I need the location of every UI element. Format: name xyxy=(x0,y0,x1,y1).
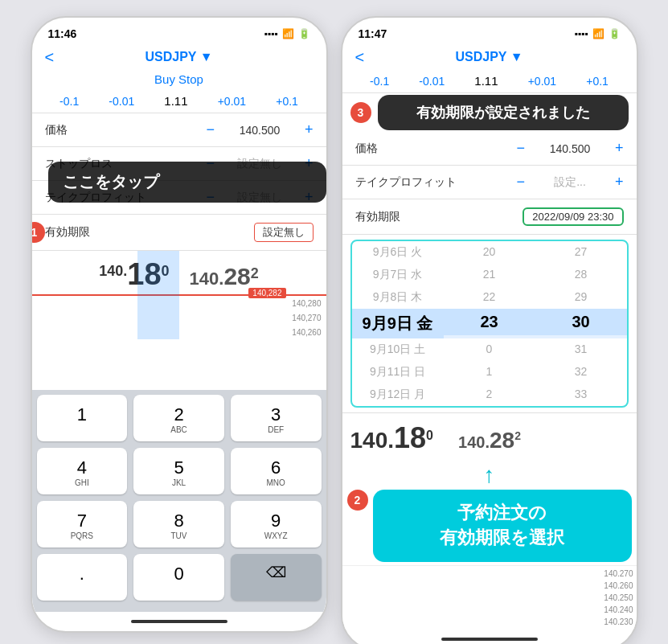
numpad-8[interactable]: 8TUV xyxy=(133,501,224,548)
right-quantity-row: -0.1 -0.01 1.11 +0.01 +0.1 xyxy=(342,69,637,93)
right-takeprofit-plus[interactable]: + xyxy=(615,174,624,191)
numpad-4[interactable]: 4GHI xyxy=(37,448,128,494)
right-expiry-row: 有効期限 2022/09/09 23:30 xyxy=(342,199,637,235)
right-price-plus[interactable]: + xyxy=(615,140,624,157)
cal-min-31: 31 xyxy=(535,338,627,359)
numpad-row-1: 1 2ABC 3DEF xyxy=(37,395,322,441)
right-status-icons: ▪▪▪▪ 📶 🔋 xyxy=(574,28,620,39)
left-phone: 11:46 ▪▪▪▪ 📶 🔋 < USDJPY ▼ Buy Stop -0.1 … xyxy=(31,16,328,633)
price-minus[interactable]: − xyxy=(206,121,215,138)
left-status-bar: 11:46 ▪▪▪▪ 📶 🔋 xyxy=(32,18,326,45)
right-chart-labels: 140.270 140.260 140.250 140.240 140.230 xyxy=(604,566,633,630)
chart-label-4: 140.240 xyxy=(604,605,633,614)
success-annotation: 有効期限が設定されました xyxy=(378,95,629,130)
battery-icon: 🔋 xyxy=(298,28,310,39)
numpad-6[interactable]: 6MNO xyxy=(231,448,322,494)
calendar-row-sep7: 9月7日 水 21 28 xyxy=(352,264,627,286)
right-qty-plus-001[interactable]: +0.01 xyxy=(528,75,556,88)
qty-plus-01[interactable]: +0.1 xyxy=(276,95,298,108)
calendar-row-sep9[interactable]: 9月9日 金 23 30 xyxy=(352,309,627,338)
signal-icon: ▪▪▪▪ xyxy=(264,28,277,39)
right-home-indicator xyxy=(342,630,637,644)
left-status-icons: ▪▪▪▪ 📶 🔋 xyxy=(264,28,309,39)
right-expiry-label: 有効期限 xyxy=(355,210,400,224)
chart-label-5: 140.230 xyxy=(604,617,633,626)
cal-min-27: 27 xyxy=(535,241,627,262)
right-qty-value: 1.11 xyxy=(474,74,498,88)
calendar-row-sep11: 9月11日 日 1 32 xyxy=(352,361,627,384)
chart-label-2: 140.260 xyxy=(604,581,633,590)
left-chart: 140.180 140.282 140,282 140,280 140,270 … xyxy=(32,251,326,339)
cal-min-30-active[interactable]: 30 xyxy=(535,309,627,335)
cal-hour-22: 22 xyxy=(444,286,535,307)
left-back-button[interactable]: < xyxy=(45,48,55,67)
expiry-row[interactable]: 有効期限 設定無し 1 xyxy=(32,215,326,251)
numpad-2[interactable]: 2ABC xyxy=(133,395,224,441)
numpad-row-3: 7PQRS 8TUV 9WXYZ xyxy=(37,501,322,548)
expiry-value[interactable]: 設定無し xyxy=(254,223,314,242)
right-battery-icon: 🔋 xyxy=(609,28,621,39)
order-annotation-container: 2 予約注文の有効期限を選択 xyxy=(347,490,632,562)
cal-hour-0: 0 xyxy=(444,338,535,359)
qty-minus-01[interactable]: -0.1 xyxy=(59,95,79,108)
numpad-7[interactable]: 7PQRS xyxy=(37,501,128,548)
right-back-button[interactable]: < xyxy=(355,48,365,67)
price-label: 価格 xyxy=(45,123,207,137)
numpad: 1 2ABC 3DEF 4GHI 5JKL 6MNO 7PQRS 8TUV 9W… xyxy=(32,390,326,612)
order-annotation: 予約注文の有効期限を選択 xyxy=(373,490,632,562)
qty-minus-001[interactable]: -0.01 xyxy=(109,95,134,108)
left-time: 11:46 xyxy=(48,27,77,40)
left-nav-title[interactable]: USDJPY ▼ xyxy=(145,50,212,64)
right-wifi-icon: 📶 xyxy=(592,28,604,39)
numpad-0[interactable]: 0 xyxy=(133,554,224,601)
right-nav-title[interactable]: USDJPY ▼ xyxy=(455,50,523,64)
right-qty-plus-01[interactable]: +0.1 xyxy=(586,75,609,88)
cal-date-sep11: 9月11日 日 xyxy=(352,361,444,384)
numpad-row-2: 4GHI 5JKL 6MNO xyxy=(37,448,322,494)
cal-date-sep8: 9月8日 木 xyxy=(352,286,444,309)
right-qty-minus-01[interactable]: -0.1 xyxy=(370,75,389,88)
right-price-row: 価格 − 140.500 + xyxy=(342,132,637,166)
calendar-row-sep10: 9月10日 土 0 31 xyxy=(352,338,627,361)
cal-date-sep6: 9月6日 火 xyxy=(352,241,444,264)
chart-label-1: 140.270 xyxy=(604,569,633,578)
right-takeprofit-minus[interactable]: − xyxy=(516,174,525,191)
right-price-value: 140.500 xyxy=(538,142,602,155)
numpad-delete[interactable]: ⌫ xyxy=(231,554,322,601)
cal-hour-2: 2 xyxy=(444,384,535,404)
cal-min-33: 33 xyxy=(535,384,627,404)
wifi-icon: 📶 xyxy=(282,28,294,39)
right-price-minus[interactable]: − xyxy=(516,140,525,157)
right-time: 11:47 xyxy=(359,27,387,40)
right-expiry-value[interactable]: 2022/09/09 23:30 xyxy=(523,207,623,226)
calendar-picker[interactable]: 9月6日 火 20 27 9月7日 水 21 28 9月8日 木 22 29 9… xyxy=(350,240,629,408)
cal-date-sep7: 9月7日 水 xyxy=(352,264,444,286)
left-nav-bar: < USDJPY ▼ xyxy=(32,45,326,69)
cal-hour-20: 20 xyxy=(444,241,535,262)
numpad-5[interactable]: 5JKL xyxy=(133,448,224,494)
cal-hour-23-active[interactable]: 23 xyxy=(444,309,535,335)
price-plus[interactable]: + xyxy=(305,121,314,138)
right-takeprofit-value: 設定... xyxy=(538,175,602,190)
right-price-label: 価格 xyxy=(355,142,517,156)
numpad-row-4: . 0 ⌫ xyxy=(37,554,322,601)
right-phone: 11:47 ▪▪▪▪ 📶 🔋 < USDJPY ▼ -0.1 -0.01 1.1… xyxy=(341,16,638,644)
arrow-annotation: ↑ xyxy=(342,462,637,488)
cal-date-sep9-active[interactable]: 9月9日 金 xyxy=(352,309,444,338)
tap-annotation: ここをタップ xyxy=(48,162,326,203)
right-qty-minus-001[interactable]: -0.01 xyxy=(419,75,445,88)
numpad-3[interactable]: 3DEF xyxy=(231,395,322,441)
qty-plus-001[interactable]: +0.01 xyxy=(218,95,246,108)
chart-label-3: 140.250 xyxy=(604,593,633,602)
right-status-bar: 11:47 ▪▪▪▪ 📶 🔋 xyxy=(342,18,637,45)
right-chart-mini: 140.180 140.282 xyxy=(342,412,637,461)
numpad-9[interactable]: 9WXYZ xyxy=(231,501,322,548)
cal-min-29: 29 xyxy=(535,286,627,307)
qty-value: 1.11 xyxy=(164,94,187,108)
right-nav-bar: < USDJPY ▼ xyxy=(342,45,637,69)
numpad-1[interactable]: 1 xyxy=(37,395,128,441)
cal-date-sep12: 9月12日 月 xyxy=(352,384,444,406)
cal-date-sep10: 9月10日 土 xyxy=(352,338,444,361)
left-home-indicator xyxy=(32,612,326,631)
numpad-dot[interactable]: . xyxy=(37,554,128,601)
